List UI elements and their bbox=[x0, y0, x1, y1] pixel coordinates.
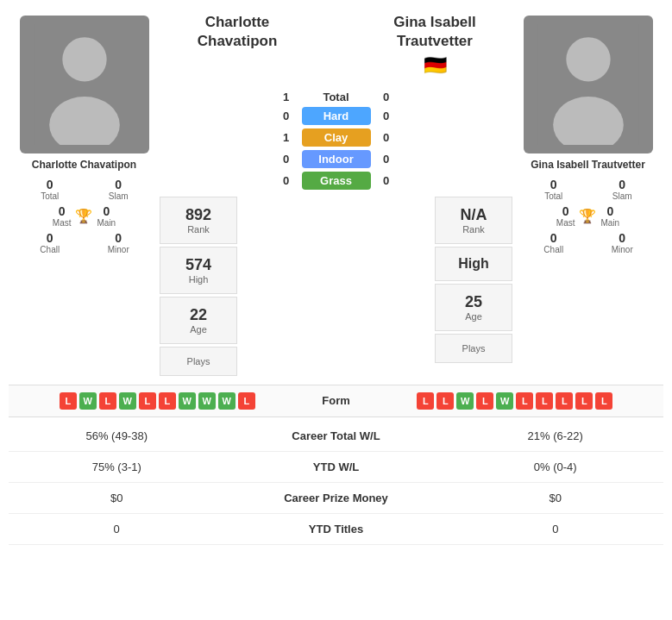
left-trophy-icon: 🏆 bbox=[75, 208, 92, 224]
indoor-row: 0 Indoor 0 bbox=[160, 150, 512, 168]
left-minor-label: Minor bbox=[89, 245, 149, 254]
left-mast-value: 0 bbox=[53, 204, 72, 218]
form-badge-l: L bbox=[595, 392, 612, 410]
stat-right: 21% (6-22) bbox=[448, 421, 663, 452]
right-slam-label: Slam bbox=[593, 191, 653, 201]
form-badge-w: W bbox=[119, 392, 136, 410]
stat-left: 56% (49-38) bbox=[9, 421, 224, 452]
stats-table: 56% (49-38) Career Total W/L 21% (6-22) … bbox=[9, 421, 663, 545]
right-grass-score: 0 bbox=[378, 174, 395, 187]
right-slam-value: 0 bbox=[593, 178, 653, 191]
right-plays-box: Plays bbox=[435, 334, 512, 363]
form-section: LWLWLLWWWL Form LLWLWLLLLL bbox=[9, 385, 663, 417]
left-player-name: Charlotte Chavatipon bbox=[16, 159, 153, 171]
form-badge-w: W bbox=[179, 392, 196, 410]
clay-button[interactable]: Clay bbox=[302, 128, 371, 147]
left-plays-label: Plays bbox=[165, 356, 232, 366]
right-main-value: 0 bbox=[600, 204, 619, 218]
table-row: $0 Career Prize Money $0 bbox=[9, 482, 663, 513]
left-high-label: High bbox=[165, 274, 232, 285]
right-chall-value: 0 bbox=[524, 231, 584, 245]
top-section: Charlotte Chavatipon 0 Total 0 Slam 0 Ma… bbox=[9, 9, 663, 376]
left-high-val: 574 bbox=[165, 256, 232, 274]
right-total-value: 0 bbox=[524, 178, 584, 191]
stat-left: $0 bbox=[9, 482, 224, 513]
left-main-label: Main bbox=[97, 218, 116, 228]
form-badge-l: L bbox=[575, 392, 593, 410]
stat-label: YTD W/L bbox=[224, 451, 447, 482]
right-player-avatar bbox=[524, 16, 653, 153]
left-age-box: 22 Age bbox=[160, 297, 237, 344]
right-plays-label: Plays bbox=[440, 343, 507, 354]
form-badge-w: W bbox=[79, 392, 97, 410]
left-slam-label: Slam bbox=[89, 191, 149, 201]
left-trophy-row: 0 Mast 🏆 0 Main bbox=[16, 204, 153, 228]
form-badge-w: W bbox=[456, 392, 474, 410]
right-form: LLWLWLLLLL bbox=[371, 392, 660, 410]
left-age-val: 22 bbox=[165, 306, 232, 324]
left-hard-score: 0 bbox=[278, 110, 295, 122]
form-badge-l: L bbox=[436, 392, 454, 410]
left-chall-value: 0 bbox=[20, 231, 80, 245]
stat-left: 75% (3-1) bbox=[9, 451, 224, 482]
right-clay-score: 0 bbox=[378, 131, 395, 144]
right-rank-box: N/A Rank bbox=[435, 197, 512, 244]
right-age-box: 25 Age bbox=[435, 284, 512, 331]
left-indoor-score: 0 bbox=[278, 153, 295, 166]
left-rank-val: 892 bbox=[165, 206, 232, 224]
left-main-value: 0 bbox=[97, 204, 116, 218]
stat-label: Career Total W/L bbox=[224, 421, 447, 452]
left-player-avatar bbox=[20, 16, 149, 153]
left-form: LWLWLLWWWL bbox=[13, 392, 302, 410]
right-minor-label: Minor bbox=[593, 245, 653, 254]
grass-row: 0 Grass 0 bbox=[160, 172, 512, 190]
right-mast-value: 0 bbox=[556, 204, 575, 218]
right-player-col: Gina Isabell Trautvetter 0 Total 0 Slam … bbox=[512, 9, 663, 261]
left-stat-boxes: 892 Rank 574 High 22 Age Plays bbox=[160, 197, 237, 376]
right-total-label: Total bbox=[524, 191, 584, 201]
left-chall-label: Chall bbox=[20, 245, 80, 254]
left-name-header: Charlotte Chavatipon bbox=[160, 13, 315, 78]
form-badge-l: L bbox=[139, 392, 156, 410]
stat-right: $0 bbox=[448, 482, 663, 513]
left-player-col: Charlotte Chavatipon 0 Total 0 Slam 0 Ma… bbox=[9, 9, 160, 261]
form-badge-l: L bbox=[556, 392, 573, 410]
right-player-stats: 0 Total 0 Slam bbox=[519, 178, 656, 201]
right-age-val: 25 bbox=[440, 293, 507, 311]
form-badge-w: W bbox=[218, 392, 236, 410]
stat-left: 0 bbox=[9, 513, 224, 544]
right-flag: 🇩🇪 bbox=[357, 53, 512, 78]
right-trophy-row: 0 Mast 🏆 0 Main bbox=[519, 204, 656, 228]
form-badge-l: L bbox=[99, 392, 116, 410]
indoor-button[interactable]: Indoor bbox=[302, 150, 371, 168]
right-chall-minor: 0 Chall 0 Minor bbox=[519, 231, 656, 254]
grass-button[interactable]: Grass bbox=[302, 172, 371, 190]
clay-row: 1 Clay 0 bbox=[160, 128, 512, 147]
hard-button[interactable]: Hard bbox=[302, 107, 371, 125]
left-chall-minor: 0 Chall 0 Minor bbox=[16, 231, 153, 254]
left-rank-label: Rank bbox=[165, 224, 232, 235]
left-mast-label: Mast bbox=[53, 218, 72, 228]
svg-point-4 bbox=[566, 37, 610, 81]
left-total-label: Total bbox=[20, 191, 80, 201]
stat-boxes-row: 892 Rank 574 High 22 Age Plays bbox=[160, 197, 512, 376]
form-badge-l: L bbox=[476, 392, 493, 410]
main-container: Charlotte Chavatipon 0 Total 0 Slam 0 Ma… bbox=[0, 0, 672, 554]
table-row: 0 YTD Titles 0 bbox=[9, 513, 663, 544]
stat-label: Career Prize Money bbox=[224, 482, 447, 513]
stat-label: YTD Titles bbox=[224, 513, 447, 544]
left-total-value: 0 bbox=[20, 178, 80, 191]
form-badge-w: W bbox=[496, 392, 513, 410]
right-minor-value: 0 bbox=[593, 231, 653, 245]
total-label: Total bbox=[302, 91, 371, 103]
right-indoor-score: 0 bbox=[378, 153, 395, 166]
total-row: 1 Total 0 bbox=[160, 91, 512, 103]
left-grass-score: 0 bbox=[278, 174, 295, 187]
right-player-name: Gina Isabell Trautvetter bbox=[519, 159, 656, 171]
right-trophy-icon: 🏆 bbox=[579, 208, 596, 224]
form-badge-l: L bbox=[60, 392, 77, 410]
form-badge-l: L bbox=[159, 392, 176, 410]
stat-right: 0 bbox=[448, 513, 663, 544]
form-badge-l: L bbox=[516, 392, 533, 410]
right-main-label: Main bbox=[600, 218, 619, 228]
